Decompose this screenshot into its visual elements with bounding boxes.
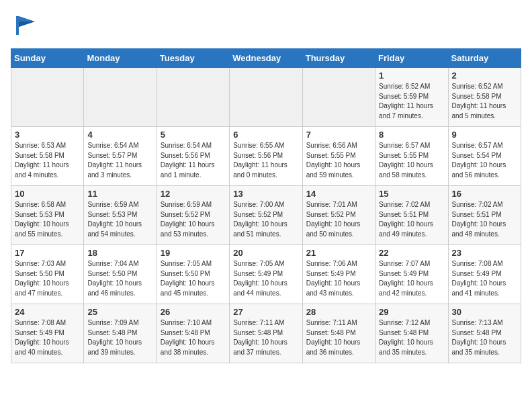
calendar-cell: 7Sunrise: 6:56 AM Sunset: 5:55 PM Daylig… [302, 127, 375, 186]
day-info: Sunrise: 6:59 AM Sunset: 5:53 PM Dayligh… [87, 200, 152, 239]
day-info: Sunrise: 7:03 AM Sunset: 5:50 PM Dayligh… [15, 259, 80, 298]
header [11, 11, 521, 40]
day-info: Sunrise: 6:56 AM Sunset: 5:55 PM Dayligh… [306, 141, 371, 180]
calendar-cell: 20Sunrise: 7:05 AM Sunset: 5:49 PM Dayli… [230, 245, 302, 304]
calendar-week-row: 24Sunrise: 7:08 AM Sunset: 5:49 PM Dayli… [11, 304, 521, 363]
day-info: Sunrise: 7:02 AM Sunset: 5:51 PM Dayligh… [452, 200, 517, 239]
day-number: 21 [306, 248, 371, 258]
day-info: Sunrise: 7:13 AM Sunset: 5:48 PM Dayligh… [452, 318, 517, 357]
day-number: 27 [233, 307, 298, 317]
day-info: Sunrise: 6:52 AM Sunset: 5:59 PM Dayligh… [379, 82, 444, 121]
calendar-cell: 8Sunrise: 6:57 AM Sunset: 5:55 PM Daylig… [375, 127, 448, 186]
calendar-cell: 24Sunrise: 7:08 AM Sunset: 5:49 PM Dayli… [11, 304, 84, 363]
calendar-cell: 26Sunrise: 7:10 AM Sunset: 5:48 PM Dayli… [157, 304, 229, 363]
day-info: Sunrise: 7:11 AM Sunset: 5:48 PM Dayligh… [306, 318, 371, 357]
calendar-cell: 27Sunrise: 7:11 AM Sunset: 5:48 PM Dayli… [230, 304, 302, 363]
day-info: Sunrise: 7:10 AM Sunset: 5:48 PM Dayligh… [161, 318, 226, 357]
calendar-cell: 1Sunrise: 6:52 AM Sunset: 5:59 PM Daylig… [375, 68, 448, 127]
calendar-cell [302, 68, 375, 127]
day-number: 18 [87, 248, 152, 258]
day-info: Sunrise: 7:09 AM Sunset: 5:48 PM Dayligh… [87, 318, 152, 357]
weekday-header-thursday: Thursday [302, 49, 375, 68]
calendar-week-row: 10Sunrise: 6:58 AM Sunset: 5:53 PM Dayli… [11, 186, 521, 245]
calendar-cell: 11Sunrise: 6:59 AM Sunset: 5:53 PM Dayli… [84, 186, 157, 245]
day-info: Sunrise: 7:12 AM Sunset: 5:48 PM Dayligh… [379, 318, 444, 357]
day-number: 7 [306, 130, 371, 140]
day-info: Sunrise: 7:01 AM Sunset: 5:52 PM Dayligh… [306, 200, 371, 239]
calendar-cell: 6Sunrise: 6:55 AM Sunset: 5:56 PM Daylig… [230, 127, 302, 186]
day-number: 29 [379, 307, 444, 317]
calendar-week-row: 3Sunrise: 6:53 AM Sunset: 5:58 PM Daylig… [11, 127, 521, 186]
day-number: 15 [379, 189, 444, 199]
day-number: 6 [233, 130, 298, 140]
logo-icon [11, 11, 40, 40]
day-info: Sunrise: 6:52 AM Sunset: 5:58 PM Dayligh… [452, 82, 517, 121]
calendar-cell: 4Sunrise: 6:54 AM Sunset: 5:57 PM Daylig… [84, 127, 157, 186]
day-number: 14 [306, 189, 371, 199]
day-number: 25 [87, 307, 152, 317]
weekday-header-wednesday: Wednesday [230, 49, 302, 68]
day-number: 1 [379, 71, 444, 81]
calendar-week-row: 17Sunrise: 7:03 AM Sunset: 5:50 PM Dayli… [11, 245, 521, 304]
calendar-cell [11, 68, 84, 127]
day-number: 2 [452, 71, 517, 81]
weekday-header-monday: Monday [84, 49, 157, 68]
day-number: 12 [161, 189, 226, 199]
day-info: Sunrise: 7:05 AM Sunset: 5:49 PM Dayligh… [233, 259, 298, 298]
calendar-cell: 15Sunrise: 7:02 AM Sunset: 5:51 PM Dayli… [375, 186, 448, 245]
calendar-cell: 16Sunrise: 7:02 AM Sunset: 5:51 PM Dayli… [448, 186, 521, 245]
day-info: Sunrise: 6:58 AM Sunset: 5:53 PM Dayligh… [15, 200, 80, 239]
day-number: 22 [379, 248, 444, 258]
day-info: Sunrise: 6:53 AM Sunset: 5:58 PM Dayligh… [15, 141, 80, 180]
weekday-header-tuesday: Tuesday [157, 49, 229, 68]
day-number: 30 [452, 307, 517, 317]
calendar-cell: 22Sunrise: 7:07 AM Sunset: 5:49 PM Dayli… [375, 245, 448, 304]
calendar-cell: 17Sunrise: 7:03 AM Sunset: 5:50 PM Dayli… [11, 245, 84, 304]
calendar-cell: 21Sunrise: 7:06 AM Sunset: 5:49 PM Dayli… [302, 245, 375, 304]
day-info: Sunrise: 7:11 AM Sunset: 5:48 PM Dayligh… [233, 318, 298, 357]
weekday-header-row: SundayMondayTuesdayWednesdayThursdayFrid… [11, 49, 521, 68]
day-info: Sunrise: 7:06 AM Sunset: 5:49 PM Dayligh… [306, 259, 371, 298]
calendar-cell: 29Sunrise: 7:12 AM Sunset: 5:48 PM Dayli… [375, 304, 448, 363]
svg-marker-1 [19, 21, 35, 27]
calendar-cell [230, 68, 302, 127]
calendar-cell: 30Sunrise: 7:13 AM Sunset: 5:48 PM Dayli… [448, 304, 521, 363]
calendar-cell: 25Sunrise: 7:09 AM Sunset: 5:48 PM Dayli… [84, 304, 157, 363]
day-number: 13 [233, 189, 298, 199]
day-number: 28 [306, 307, 371, 317]
day-number: 23 [452, 248, 517, 258]
day-info: Sunrise: 6:59 AM Sunset: 5:52 PM Dayligh… [161, 200, 226, 239]
calendar-cell: 9Sunrise: 6:57 AM Sunset: 5:54 PM Daylig… [448, 127, 521, 186]
calendar-cell: 19Sunrise: 7:05 AM Sunset: 5:50 PM Dayli… [157, 245, 229, 304]
day-info: Sunrise: 7:07 AM Sunset: 5:49 PM Dayligh… [379, 259, 444, 298]
day-info: Sunrise: 6:54 AM Sunset: 5:57 PM Dayligh… [87, 141, 152, 180]
day-info: Sunrise: 7:00 AM Sunset: 5:52 PM Dayligh… [233, 200, 298, 239]
calendar-cell: 14Sunrise: 7:01 AM Sunset: 5:52 PM Dayli… [302, 186, 375, 245]
weekday-header-saturday: Saturday [448, 49, 521, 68]
logo [11, 11, 43, 40]
calendar-cell: 23Sunrise: 7:08 AM Sunset: 5:49 PM Dayli… [448, 245, 521, 304]
day-number: 16 [452, 189, 517, 199]
day-info: Sunrise: 6:55 AM Sunset: 5:56 PM Dayligh… [233, 141, 298, 180]
day-info: Sunrise: 7:08 AM Sunset: 5:49 PM Dayligh… [15, 318, 80, 357]
day-number: 3 [15, 130, 80, 140]
calendar-cell: 12Sunrise: 6:59 AM Sunset: 5:52 PM Dayli… [157, 186, 229, 245]
day-info: Sunrise: 6:54 AM Sunset: 5:56 PM Dayligh… [161, 141, 226, 180]
calendar-cell: 18Sunrise: 7:04 AM Sunset: 5:50 PM Dayli… [84, 245, 157, 304]
day-number: 5 [161, 130, 226, 140]
calendar-cell [157, 68, 229, 127]
day-number: 4 [87, 130, 152, 140]
day-info: Sunrise: 6:57 AM Sunset: 5:54 PM Dayligh… [452, 141, 517, 180]
calendar-week-row: 1Sunrise: 6:52 AM Sunset: 5:59 PM Daylig… [11, 68, 521, 127]
day-number: 10 [15, 189, 80, 199]
calendar-cell: 3Sunrise: 6:53 AM Sunset: 5:58 PM Daylig… [11, 127, 84, 186]
weekday-header-sunday: Sunday [11, 49, 84, 68]
day-info: Sunrise: 7:02 AM Sunset: 5:51 PM Dayligh… [379, 200, 444, 239]
day-info: Sunrise: 7:05 AM Sunset: 5:50 PM Dayligh… [161, 259, 226, 298]
day-info: Sunrise: 6:57 AM Sunset: 5:55 PM Dayligh… [379, 141, 444, 180]
calendar-body: 1Sunrise: 6:52 AM Sunset: 5:59 PM Daylig… [11, 68, 521, 363]
page: SundayMondayTuesdayWednesdayThursdayFrid… [0, 0, 532, 374]
calendar-table: SundayMondayTuesdayWednesdayThursdayFrid… [11, 48, 521, 363]
calendar-cell [84, 68, 157, 127]
day-number: 8 [379, 130, 444, 140]
